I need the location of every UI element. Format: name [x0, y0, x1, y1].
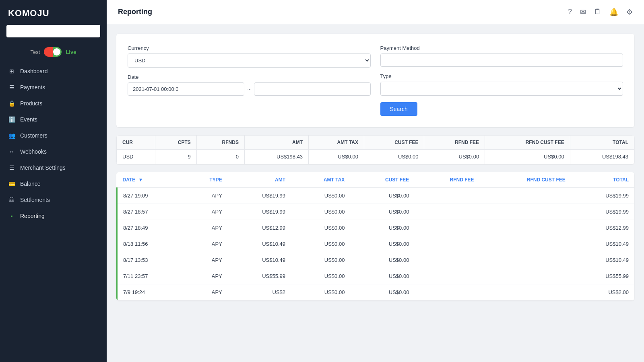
sidebar-item-reporting[interactable]: ▪ Reporting: [0, 208, 107, 224]
sidebar-item-settlements[interactable]: 🏛 Settlements: [0, 192, 107, 208]
sidebar-label-dashboard: Dashboard: [20, 68, 48, 74]
detail-cell: APY: [184, 188, 228, 204]
env-live-label: Live: [66, 49, 76, 55]
payments-icon: ☰: [8, 84, 15, 91]
env-toggle-switch[interactable]: [44, 47, 62, 57]
detail-cell: US$10.49: [571, 252, 634, 268]
date-from-input[interactable]: [128, 82, 244, 96]
summary-col-amt-tax: AMT TAX: [309, 136, 364, 150]
sidebar-label-balance: Balance: [20, 181, 41, 187]
dashboard-icon: ⊞: [8, 68, 15, 75]
main-content: Reporting ? ✉ 🗒 🔔 ⚙ Currency USD JPY EUR: [107, 0, 644, 362]
mail-icon[interactable]: ✉: [580, 8, 586, 16]
merchant-settings-icon: ☰: [8, 164, 15, 171]
sidebar-label-webhooks: Webhooks: [20, 148, 47, 155]
detail-cell: [480, 284, 571, 300]
detail-cell: US$2: [228, 284, 291, 300]
summary-cell: US$198.43: [244, 150, 308, 164]
table-row: 8/27 18:57APYUS$19.99US$0.00US$0.00US$19…: [117, 204, 635, 220]
detail-cell: 7/9 19:24: [117, 284, 184, 300]
detail-cell: [480, 236, 571, 252]
toggle-thumb: [53, 48, 60, 56]
topbar: Reporting ? ✉ 🗒 🔔 ⚙: [107, 0, 644, 24]
summary-cell: US$0.00: [364, 150, 424, 164]
search-button[interactable]: Search: [380, 102, 417, 116]
sidebar-item-balance[interactable]: 💳 Balance: [0, 176, 107, 192]
detail-cell: APY: [184, 268, 228, 284]
detail-col-total[interactable]: TOTAL: [571, 172, 634, 188]
settlements-icon: 🏛: [8, 196, 15, 204]
sidebar-item-payments[interactable]: ☰ Payments: [0, 79, 107, 95]
detail-col-rfnd-fee[interactable]: RFND FEE: [415, 172, 479, 188]
detail-cell: US$55.99: [571, 268, 634, 284]
detail-cell: 8/27 18:57: [117, 204, 184, 220]
detail-cell: [415, 252, 479, 268]
detail-cell: US$12.99: [571, 220, 634, 236]
sidebar-item-events[interactable]: ℹ️ Events: [0, 111, 107, 128]
sidebar-item-products[interactable]: 🔒 Products: [0, 95, 107, 111]
detail-col-amt[interactable]: AMT: [228, 172, 291, 188]
sidebar-label-reporting: Reporting: [20, 213, 45, 219]
detail-cell: US$0.00: [350, 220, 415, 236]
detail-cell: US$0.00: [291, 268, 350, 284]
detail-col-date[interactable]: DATE ▼: [117, 172, 184, 188]
events-icon: ℹ️: [8, 116, 15, 123]
sidebar-label-merchant-settings: Merchant Settings: [20, 165, 66, 171]
detail-cell: US$0.00: [291, 188, 350, 204]
detail-cell: [415, 236, 479, 252]
sidebar-item-merchant-settings[interactable]: ☰ Merchant Settings: [0, 160, 107, 176]
table-row: 7/11 23:57APYUS$55.99US$0.00US$0.00US$55…: [117, 268, 635, 284]
date-to-input[interactable]: [254, 82, 371, 96]
sidebar-label-settlements: Settlements: [20, 197, 50, 203]
detail-cell: US$0.00: [350, 204, 415, 220]
payment-method-input[interactable]: [380, 53, 623, 67]
detail-cell: 8/18 11:56: [117, 236, 184, 252]
sidebar-logo: KOMOJU: [0, 0, 107, 25]
detail-cell: APY: [184, 204, 228, 220]
detail-col-type[interactable]: TYPE: [184, 172, 228, 188]
sidebar-item-customers[interactable]: 👥 Customers: [0, 128, 107, 144]
detail-cell: US$0.00: [291, 236, 350, 252]
customers-icon: 👥: [8, 132, 15, 139]
detail-cell: [415, 188, 479, 204]
detail-cell: US$0.00: [350, 252, 415, 268]
detail-cell: APY: [184, 284, 228, 300]
bell-icon[interactable]: 🔔: [609, 8, 618, 16]
env-test-label: Test: [31, 49, 40, 55]
detail-cell: 8/17 13:53: [117, 252, 184, 268]
detail-table: DATE ▼ TYPE AMT AMT TAX CUST FEE RFND FE…: [116, 172, 634, 300]
summary-col-rfnds: RFNDS: [196, 136, 244, 150]
sidebar-label-payments: Payments: [20, 84, 45, 90]
detail-col-cust-fee[interactable]: CUST FEE: [350, 172, 415, 188]
summary-col-cur: CUR: [117, 136, 155, 150]
sidebar-item-webhooks[interactable]: ↔ Webhooks: [0, 144, 107, 160]
settings-icon[interactable]: ⚙: [626, 8, 633, 16]
date-label: Date: [128, 74, 371, 80]
filter-right: Payment Method Type Search: [380, 45, 623, 116]
currency-label: Currency: [128, 45, 371, 51]
sidebar-search-box[interactable]: [6, 25, 100, 37]
currency-select[interactable]: USD JPY EUR GBP: [128, 53, 371, 68]
table-row: 8/27 19:09APYUS$19.99US$0.00US$0.00US$19…: [117, 188, 635, 204]
help-icon[interactable]: ?: [568, 8, 572, 16]
detail-cell: US$19.99: [228, 188, 291, 204]
search-input[interactable]: [6, 25, 100, 37]
page-title: Reporting: [118, 8, 152, 16]
sidebar-item-dashboard[interactable]: ⊞ Dashboard: [0, 63, 107, 79]
summary-col-cust-fee: CUST FEE: [364, 136, 424, 150]
balance-icon: 💳: [8, 180, 15, 187]
summary-cell: 0: [196, 150, 244, 164]
detail-cell: APY: [184, 236, 228, 252]
detail-cell: US$10.49: [228, 236, 291, 252]
detail-col-amt-tax[interactable]: AMT TAX: [291, 172, 350, 188]
webhooks-icon: ↔: [8, 148, 15, 155]
detail-col-rfnd-cust-fee[interactable]: RFND CUST FEE: [480, 172, 571, 188]
sidebar-nav: ⊞ Dashboard ☰ Payments 🔒 Products ℹ️ Eve…: [0, 63, 107, 362]
summary-cell: US$198.43: [570, 150, 634, 164]
type-select[interactable]: [380, 82, 623, 96]
detail-cell: [480, 204, 571, 220]
summary-col-rfnd-cust-fee: RFND CUST FEE: [485, 136, 570, 150]
summary-cell: US$0.00: [485, 150, 570, 164]
summary-col-cpts: CPTS: [155, 136, 196, 150]
notes-icon[interactable]: 🗒: [594, 8, 601, 16]
